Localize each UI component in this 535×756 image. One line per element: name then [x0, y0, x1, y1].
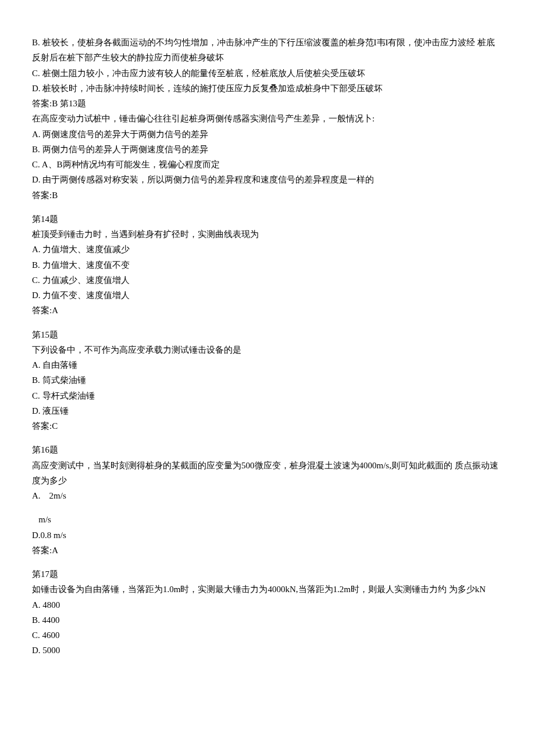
q16-line2: m/s	[32, 512, 503, 527]
q17-title: 第17题	[32, 567, 503, 582]
q15-answer: 答案:C	[32, 418, 503, 433]
q16-answer: 答案:A	[32, 543, 503, 558]
q17-option-d: D. 5000	[32, 643, 503, 658]
q14-option-b: B. 力值增大、速度值不变	[32, 257, 503, 273]
q12-option-c: C. 桩侧土阻力较小，冲击应力波有较人的能量传至桩底，经桩底放人后使桩尖受压破坏	[32, 66, 503, 81]
q16-title: 第16题	[32, 442, 503, 457]
q17-stem: 如锤击设备为自由落锤，当落距为1.0m时，实测最大锤击力为4000kN,当落距为…	[32, 582, 503, 597]
q15-title: 第15题	[32, 327, 503, 342]
q17-option-a: A. 4800	[32, 597, 503, 612]
q13-stem: 在高应变动力试桩中，锤击偏心往往引起桩身两侧传感器实测信号产生差异，一般情况卜:	[32, 111, 503, 126]
q15-stem: 下列设备中，不可作为高应变承载力测试锤击设备的是	[32, 342, 503, 357]
q13-option-a: A. 两侧速度信号的差异大于两侧力信号的差异	[32, 127, 503, 142]
q13-option-b: B. 两侧力信号的差异人于两侧速度信号的差异	[32, 142, 503, 157]
q16-stem: 高应变测试中，当某时刻测得桩身的某截面的应变量为500微应变，桩身混凝土波速为4…	[32, 458, 503, 489]
q13-option-c: C. A、B两种情况均有可能发生，视偏心程度而定	[32, 157, 503, 172]
q13-option-d: D. 由于两侧传感器对称安装，所以两侧力信号的差异程度和速度信号的差异程度是一样…	[32, 172, 503, 187]
q14-option-d: D. 力值不变、速度值增人	[32, 288, 503, 303]
q16-option-d: D.0.8 m/s	[32, 528, 503, 543]
q15-option-d: D. 液压锤	[32, 403, 503, 418]
q14-title: 第14题	[32, 212, 503, 227]
q12-option-b: B. 桩较长，使桩身各截面运动的不均匀性增加，冲击脉冲产生的下行压缩波覆盖的桩身…	[32, 35, 503, 66]
q14-stem: 桩顶受到锤击力时，当遇到桩身有扩径时，实测曲线表现为	[32, 227, 503, 242]
q15-option-a: A. 自由落锤	[32, 357, 503, 372]
q15-option-b: B. 筒式柴油锤	[32, 372, 503, 388]
q12-answer-and-q13-title: 答案:B 第13题	[32, 96, 503, 111]
q15-option-c: C. 导杆式柴油锤	[32, 388, 503, 403]
q17-option-b: B. 4400	[32, 612, 503, 628]
q13-answer: 答案:B	[32, 188, 503, 203]
q14-answer: 答案:A	[32, 303, 503, 318]
q17-option-c: C. 4600	[32, 628, 503, 643]
q14-option-c: C. 力值减少、速度值增人	[32, 273, 503, 288]
q14-option-a: A. 力值增大、速度值减少	[32, 242, 503, 257]
q12-option-d: D. 桩较长时，冲击脉冲持续时间长，连续的施打使压应力反复叠加造成桩身中下部受压…	[32, 81, 503, 96]
q16-option-a: A. 2m/s	[32, 488, 503, 503]
